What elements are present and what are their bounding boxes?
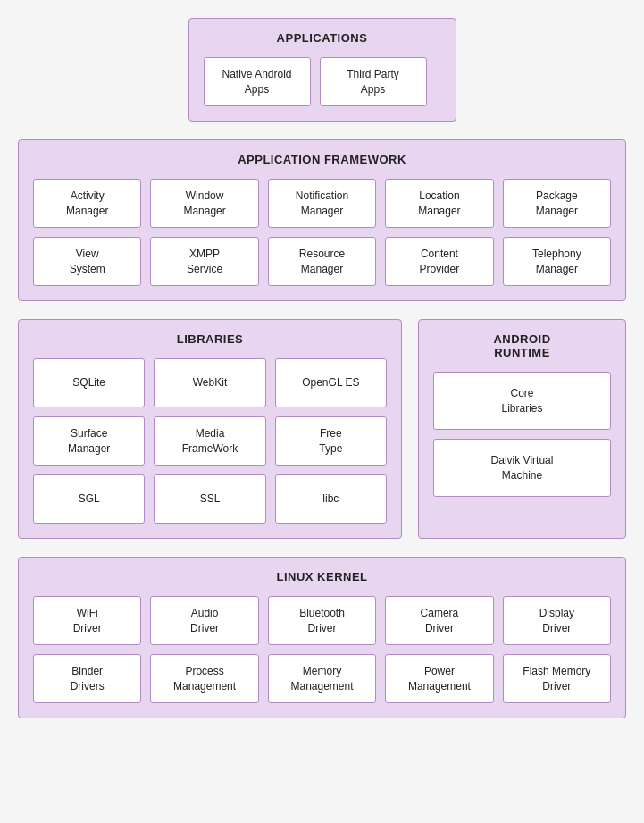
- ssl-box: SSL: [154, 474, 265, 524]
- display-driver-box: DisplayDriver: [503, 596, 611, 645]
- libraries-row3: SGL SSL libc: [33, 474, 387, 524]
- free-type-box: FreeType: [275, 416, 387, 466]
- wifi-driver-box: WiFiDriver: [33, 596, 141, 645]
- bluetooth-driver-box: BluetoothDriver: [268, 596, 376, 645]
- native-android-apps-box: Native AndroidApps: [204, 57, 311, 106]
- sqlite-box: SQLite: [33, 358, 145, 407]
- process-management-box: ProcessManagement: [150, 654, 258, 703]
- view-system-box: ViewSystem: [33, 237, 141, 286]
- sgl-box: SGL: [33, 474, 145, 524]
- notification-manager-box: NotificationManager: [268, 179, 376, 228]
- appframework-title: APPLICATION FRAMEWORK: [33, 153, 611, 166]
- camera-driver-box: CameraDriver: [385, 596, 493, 645]
- appframework-row1: ActivityManager WindowManager Notificati…: [33, 179, 611, 228]
- surface-manager-box: SurfaceManager: [33, 416, 145, 466]
- applications-section: APPLICATIONS Native AndroidApps Third Pa…: [188, 18, 456, 122]
- package-manager-box: PackageManager: [503, 179, 611, 228]
- opengl-es-box: OpenGL ES: [275, 358, 387, 407]
- window-manager-box: WindowManager: [150, 179, 258, 228]
- libraries-row1: SQLite WebKit OpenGL ES: [33, 358, 387, 407]
- applications-grid: Native AndroidApps Third PartyApps: [204, 57, 441, 106]
- activity-manager-box: ActivityManager: [33, 179, 141, 228]
- androidruntime-title: ANDROIDRUNTIME: [433, 332, 611, 359]
- appframework-row2: ViewSystem XMPPService ResourceManager C…: [33, 237, 611, 286]
- resource-manager-box: ResourceManager: [268, 237, 376, 286]
- applications-title: APPLICATIONS: [204, 31, 441, 45]
- audio-driver-box: AudioDriver: [150, 596, 258, 645]
- binder-drivers-box: BinderDrivers: [33, 654, 141, 703]
- memory-management-box: MemoryManagement: [268, 654, 376, 703]
- media-framework-box: MediaFrameWork: [154, 416, 265, 466]
- content-provider-box: ContentProvider: [385, 237, 493, 286]
- webkit-box: WebKit: [154, 358, 265, 407]
- linuxkernel-row2: BinderDrivers ProcessManagement MemoryMa…: [33, 654, 611, 703]
- libc-box: libc: [275, 474, 387, 524]
- libraries-row2: SurfaceManager MediaFrameWork FreeType: [33, 416, 387, 466]
- androidruntime-grid: CoreLibraries Dalvik VirtualMachine: [433, 372, 611, 497]
- core-libraries-box: CoreLibraries: [433, 372, 611, 430]
- libraries-section: LIBRARIES SQLite WebKit OpenGL ES Surfac…: [18, 319, 402, 539]
- linuxkernel-row1: WiFiDriver AudioDriver BluetoothDriver C…: [33, 596, 611, 645]
- xmpp-service-box: XMPPService: [150, 237, 258, 286]
- appframework-section: APPLICATION FRAMEWORK ActivityManager Wi…: [18, 139, 626, 301]
- location-manager-box: LocationManager: [385, 179, 493, 228]
- linuxkernel-title: LINUX KERNEL: [33, 570, 611, 584]
- flash-memory-driver-box: Flash MemoryDriver: [503, 654, 611, 703]
- middle-row: LIBRARIES SQLite WebKit OpenGL ES Surfac…: [18, 319, 626, 539]
- androidruntime-section: ANDROIDRUNTIME CoreLibraries Dalvik Virt…: [418, 319, 626, 539]
- telephony-manager-box: TelephonyManager: [503, 237, 611, 286]
- linuxkernel-section: LINUX KERNEL WiFiDriver AudioDriver Blue…: [18, 557, 626, 718]
- libraries-title: LIBRARIES: [33, 332, 387, 346]
- third-party-apps-box: Third PartyApps: [320, 57, 427, 106]
- dalvik-vm-box: Dalvik VirtualMachine: [433, 439, 611, 497]
- power-management-box: PowerManagement: [385, 654, 493, 703]
